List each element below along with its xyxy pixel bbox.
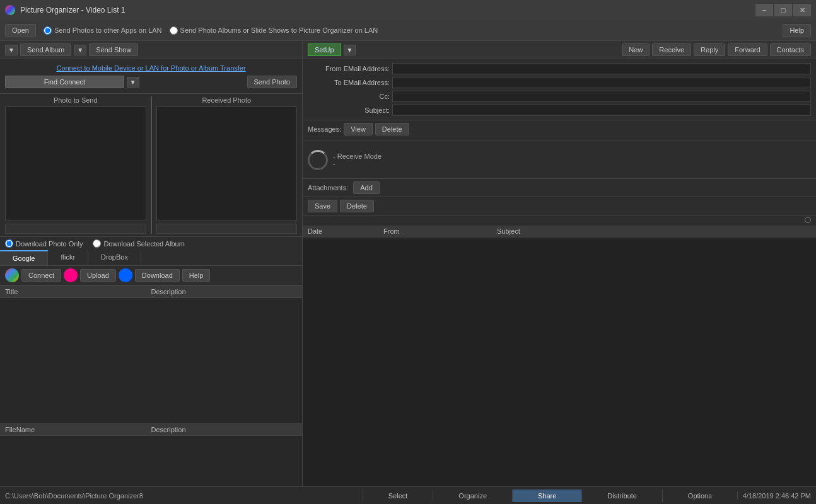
spinner-icon	[308, 150, 328, 170]
find-connect-dropdown-arrow[interactable]: ▼	[127, 77, 139, 88]
radio-download-photo[interactable]	[5, 239, 13, 248]
circle-dot-icon	[805, 217, 811, 223]
from-label: From EMail Address:	[308, 65, 390, 72]
status-path: C:\Users\Bob\Documents\Picture Organizer…	[5, 492, 363, 500]
send-album-button[interactable]: Send Album	[20, 43, 71, 56]
cc-input[interactable]	[392, 91, 811, 102]
filename-col-header: FileName	[5, 426, 151, 433]
send-show-dropdown-arrow[interactable]: ▼	[74, 45, 86, 55]
tab-dropbox[interactable]: DropBox	[88, 250, 141, 265]
open-button[interactable]: Open	[5, 24, 36, 37]
title-table-header: Title Description	[0, 286, 302, 298]
status-bar: C:\Users\Bob\Documents\Picture Organizer…	[0, 486, 816, 504]
email-fields: From EMail Address: To EMail Address: Cc…	[303, 59, 816, 120]
view-button[interactable]: View	[344, 123, 373, 135]
tab-organize[interactable]: Organize	[433, 490, 512, 502]
received-photo-column: Received Photo	[156, 96, 298, 234]
lan-controls: Find Connect ▼ Send Photo	[5, 76, 297, 88]
title-bar: Picture Organizer - Video List 1 − □ ✕	[0, 0, 816, 20]
lan-link[interactable]: Connect to Mobile Device or LAN for Phot…	[5, 64, 297, 72]
email-toolbar: SetUp ▼ New Receive Reply Forward Contac…	[303, 41, 816, 59]
cloud-upload-button[interactable]: Upload	[80, 269, 116, 282]
cc-label: Cc:	[308, 93, 390, 100]
tab-options[interactable]: Options	[662, 490, 737, 502]
top-bar: Open Send Photos to other Apps on LAN Se…	[0, 20, 816, 41]
description-col-header: Description	[151, 288, 298, 295]
radio-lan-photos[interactable]	[44, 26, 52, 35]
attachments-label: Attachments:	[308, 184, 348, 192]
photo-divider	[149, 96, 154, 234]
reply-button[interactable]: Reply	[694, 43, 725, 56]
add-attachment-button[interactable]: Add	[353, 181, 380, 194]
cloud-download-button[interactable]: Download	[135, 269, 180, 282]
tab-select[interactable]: Select	[363, 490, 433, 502]
send-show-button[interactable]: Send Show	[89, 43, 138, 56]
receive-mode-text-block: - Receive Mode -	[333, 152, 382, 168]
tab-flickr[interactable]: flickr	[48, 250, 88, 265]
cc-row: Cc:	[308, 91, 811, 102]
subject-label: Subject:	[308, 106, 390, 114]
delete-email-button[interactable]: Delete	[340, 200, 374, 212]
save-button[interactable]: Save	[308, 200, 337, 212]
right-panel: SetUp ▼ New Receive Reply Forward Contac…	[303, 41, 816, 486]
filename-table: FileName Description	[0, 423, 302, 486]
cloud-connect-button[interactable]: Connect	[21, 269, 61, 282]
download-options: Download Photo Only Download Selected Al…	[0, 236, 302, 250]
to-label: To EMail Address:	[308, 79, 390, 86]
radio-lan-albums[interactable]	[170, 26, 178, 35]
forward-button[interactable]: Forward	[728, 43, 767, 56]
close-button[interactable]: ✕	[793, 4, 811, 16]
subject-row: Subject:	[308, 105, 811, 116]
title-table-body	[0, 298, 302, 423]
received-photo-label: Received Photo	[156, 96, 298, 104]
circle-indicator-row	[303, 215, 816, 226]
tab-share[interactable]: Share	[512, 490, 581, 502]
download-album-option: Download Selected Album	[93, 239, 184, 248]
maximize-button[interactable]: □	[774, 4, 792, 16]
subject-col-header: Subject	[497, 227, 811, 235]
setup-button[interactable]: SetUp	[308, 43, 341, 56]
contacts-button[interactable]: Contacts	[770, 43, 811, 56]
from-input[interactable]	[392, 63, 811, 74]
cloud-controls: Connect Upload Download Help	[0, 266, 302, 285]
messages-row: Messages: View Delete	[308, 123, 811, 135]
messages-section: Messages: View Delete	[303, 120, 816, 141]
download-photo-label: Download Photo Only	[16, 240, 83, 248]
status-datetime: 4/18/2019 2:46:42 PM	[737, 492, 811, 500]
photo-to-send-progress	[5, 224, 146, 234]
subject-input[interactable]	[392, 105, 811, 116]
download-album-label: Download Selected Album	[103, 240, 184, 248]
filename-table-body	[0, 436, 302, 486]
from-row: From EMail Address:	[308, 63, 811, 74]
left-panel: ▼ Send Album ▼ Send Show Connect to Mobi…	[0, 41, 303, 486]
received-photo-box	[156, 106, 298, 221]
to-input[interactable]	[392, 77, 811, 88]
find-connect-button[interactable]: Find Connect	[5, 76, 124, 88]
send-album-dropdown-arrow[interactable]: ▼	[5, 45, 18, 55]
radio-group-2: Send Photo Albums or Slide Shows to Pict…	[170, 26, 378, 35]
main-content: ▼ Send Album ▼ Send Show Connect to Mobi…	[0, 41, 816, 486]
minimize-button[interactable]: −	[755, 4, 773, 16]
lan-section: Connect to Mobile Device or LAN for Phot…	[0, 59, 302, 94]
app-icon	[5, 5, 15, 15]
radio-group-1: Send Photos to other Apps on LAN	[44, 26, 162, 35]
photo-to-send-box	[5, 106, 146, 221]
radio-download-album[interactable]	[93, 239, 101, 248]
title-text: Picture Organizer - Video List 1	[20, 6, 125, 14]
title-table: Title Description	[0, 285, 302, 423]
cloud-help-button[interactable]: Help	[182, 269, 211, 282]
tab-google[interactable]: Google	[0, 250, 48, 265]
filename-table-header: FileName Description	[0, 424, 302, 436]
to-row: To EMail Address:	[308, 77, 811, 88]
flickr-icon	[64, 268, 78, 282]
receive-button[interactable]: Receive	[652, 43, 691, 56]
photo-area: Photo to Send Received Photo	[0, 94, 302, 236]
delete-messages-button[interactable]: Delete	[375, 123, 409, 135]
help-button[interactable]: Help	[783, 24, 811, 37]
google-icon	[5, 268, 19, 282]
tab-distribute[interactable]: Distribute	[581, 490, 662, 502]
send-photo-button[interactable]: Send Photo	[247, 76, 298, 88]
new-button[interactable]: New	[622, 43, 650, 56]
photo-to-send-label: Photo to Send	[5, 96, 146, 104]
email-dropdown-arrow[interactable]: ▼	[344, 45, 356, 55]
